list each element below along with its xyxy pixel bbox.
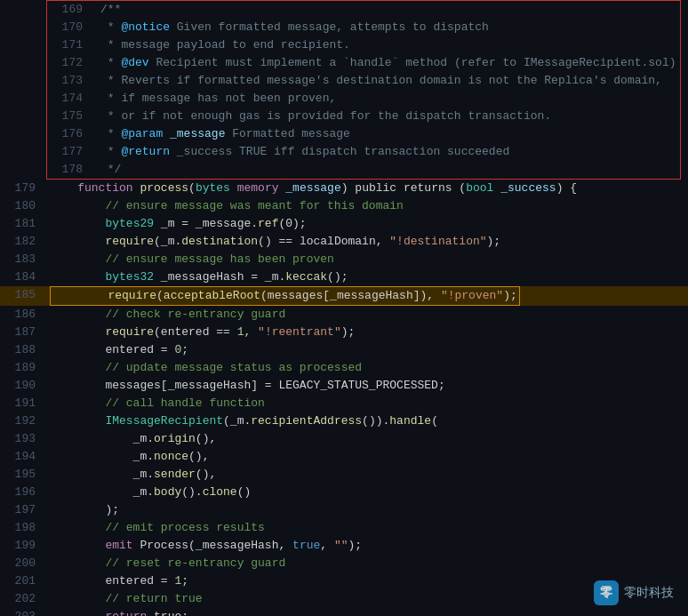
line-content: // reset re-entrancy guard (46, 555, 688, 572)
line-content: * if message has not been proven, (93, 90, 680, 108)
line-number: 183 (0, 251, 46, 268)
line-number: 197 (0, 501, 46, 519)
line-number: 184 (0, 268, 46, 286)
line-number: 177 (47, 143, 93, 161)
line-content: IMessageRecipient(_m.recipientAddress())… (46, 412, 688, 430)
code-line: 201 entered = 1; (0, 572, 688, 590)
code-line: 172 * @dev Recipient must implement a `h… (47, 54, 680, 72)
code-line: 190 messages[_messageHash] = LEGACY_STAT… (0, 377, 688, 395)
code-line: 177 * @return _success TRUE iff dispatch… (47, 143, 680, 161)
line-content: _m.nonce(), (46, 448, 688, 466)
code-line: 185 require(acceptableRoot(messages[_mes… (0, 286, 688, 306)
line-number: 172 (47, 54, 93, 72)
code-line: 183 // ensure message has been proven (0, 251, 688, 268)
line-content: require(entered == 1, "!reentrant"); (46, 324, 688, 341)
line-number: 182 (0, 233, 46, 251)
line-content: _m.origin(), (46, 430, 688, 448)
code-line: 198 // emit process results (0, 519, 688, 537)
line-number: 175 (47, 108, 93, 125)
comment-block: 169/**170 * @notice Given formatted mess… (46, 0, 681, 180)
watermark: 零 零时科技 (594, 580, 674, 605)
line-content: // ensure message was meant for this dom… (46, 197, 688, 215)
line-number: 196 (0, 484, 46, 501)
line-number: 174 (47, 90, 93, 108)
line-number: 202 (0, 590, 46, 608)
line-number: 185 (0, 286, 46, 304)
line-number: 187 (0, 324, 46, 341)
line-number: 199 (0, 537, 46, 555)
line-content: _m.body().clone() (46, 484, 688, 501)
line-content: messages[_messageHash] = LEGACY_STATUS_P… (46, 377, 688, 395)
line-content: // return true (46, 590, 688, 608)
line-content: require(acceptableRoot(messages[_message… (46, 286, 688, 306)
highlighted-code: require(acceptableRoot(messages[_message… (50, 286, 520, 306)
line-content: require(_m.destination() == localDomain,… (46, 233, 688, 251)
code-line: 188 entered = 0; (0, 341, 688, 359)
code-line: 175 * or if not enough gas is provided f… (47, 108, 680, 125)
line-content: ); (46, 501, 688, 519)
line-content: return true; (46, 608, 688, 616)
line-number: 198 (0, 519, 46, 537)
line-content: bytes29 _m = _message.ref(0); (46, 215, 688, 233)
watermark-text: 零时科技 (624, 585, 674, 601)
code-line: 196 _m.body().clone() (0, 484, 688, 501)
line-content: * or if not enough gas is provided for t… (93, 108, 680, 125)
code-line: 191 // call handle function (0, 395, 688, 412)
code-line: 176 * @param _message Formatted message (47, 125, 680, 143)
line-content: entered = 1; (46, 572, 688, 590)
code-line: 189 // update message status as processe… (0, 359, 688, 377)
code-line: 178 */ (47, 161, 680, 179)
line-number: 179 (0, 180, 46, 197)
line-number: 171 (47, 36, 93, 54)
line-number: 190 (0, 377, 46, 395)
code-line: 173 * Reverts if formatted message's des… (47, 72, 680, 90)
code-line: 181 bytes29 _m = _message.ref(0); (0, 215, 688, 233)
line-content: /** (93, 1, 680, 19)
line-content: * message payload to end recipient. (93, 36, 680, 54)
code-editor: 169/**170 * @notice Given formatted mess… (0, 0, 688, 616)
code-area: 169/**170 * @notice Given formatted mess… (0, 0, 688, 616)
code-line: 186 // check re-entrancy guard (0, 306, 688, 324)
line-number: 176 (47, 125, 93, 143)
line-content: * Reverts if formatted message's destina… (93, 72, 680, 90)
code-line: 197 ); (0, 501, 688, 519)
line-number: 170 (47, 19, 93, 36)
line-number: 200 (0, 555, 46, 572)
line-content: // emit process results (46, 519, 688, 537)
code-line: 180 // ensure message was meant for this… (0, 197, 688, 215)
line-number: 180 (0, 197, 46, 215)
line-number: 173 (47, 72, 93, 90)
code-line: 193 _m.origin(), (0, 430, 688, 448)
code-line: 174 * if message has not been proven, (47, 90, 680, 108)
line-content: * @return _success TRUE iff dispatch tra… (93, 143, 680, 161)
code-line: 187 require(entered == 1, "!reentrant"); (0, 324, 688, 341)
line-content: * @notice Given formatted message, attem… (93, 19, 680, 36)
code-line: 169/** (47, 1, 680, 19)
code-line: 203 return true; (0, 608, 688, 616)
line-number: 193 (0, 430, 46, 448)
code-line: 199 emit Process(_messageHash, true, "")… (0, 537, 688, 555)
line-number: 189 (0, 359, 46, 377)
line-content: // check re-entrancy guard (46, 306, 688, 324)
line-number: 186 (0, 306, 46, 324)
watermark-icon: 零 (594, 580, 619, 605)
line-content: // update message status as processed (46, 359, 688, 377)
line-number: 191 (0, 395, 46, 412)
line-content: * @dev Recipient must implement a `handl… (93, 54, 680, 72)
code-line: 202 // return true (0, 590, 688, 608)
line-content: _m.sender(), (46, 466, 688, 484)
line-content: * @param _message Formatted message (93, 125, 680, 143)
line-content: // ensure message has been proven (46, 251, 688, 268)
line-number: 203 (0, 608, 46, 616)
line-content: // call handle function (46, 395, 688, 412)
code-line: 195 _m.sender(), (0, 466, 688, 484)
code-line: 192 IMessageRecipient(_m.recipientAddres… (0, 412, 688, 430)
line-number: 178 (47, 161, 93, 179)
line-content: entered = 0; (46, 341, 688, 359)
line-content: emit Process(_messageHash, true, ""); (46, 537, 688, 555)
line-number: 195 (0, 466, 46, 484)
code-line: 184 bytes32 _messageHash = _m.keccak(); (0, 268, 688, 286)
line-content: */ (93, 161, 680, 179)
code-line: 194 _m.nonce(), (0, 448, 688, 466)
line-number: 192 (0, 412, 46, 430)
